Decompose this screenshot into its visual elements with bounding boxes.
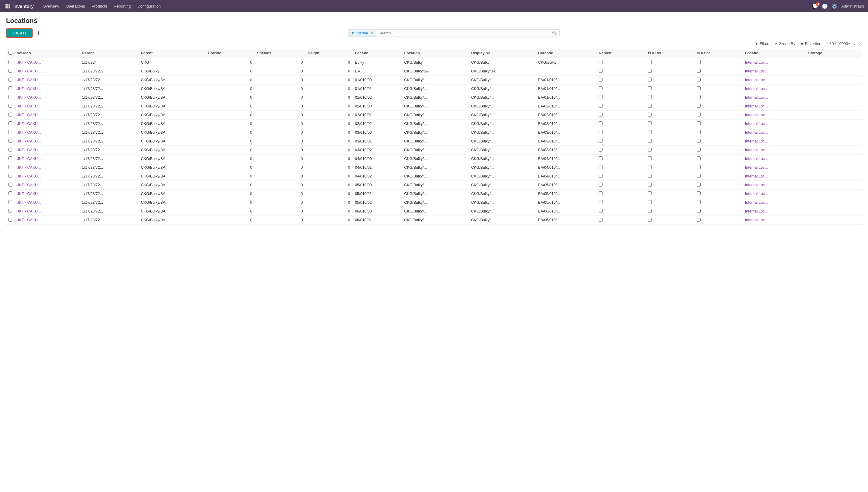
col-location-type[interactable]: Locatio... [743,49,806,58]
row-warehouse[interactable]: JKT - CAKU... [15,128,80,137]
row-location[interactable]: CKG/Bulky/... [402,76,469,84]
row-is-scr[interactable] [694,93,743,102]
row-location-short[interactable]: 06/010/00 [353,207,402,216]
row-is-scr[interactable] [694,190,743,198]
row-location-type[interactable]: Internal Loc... [743,58,806,67]
row-checkbox[interactable] [8,200,13,204]
row-replenish[interactable] [596,102,645,111]
row-replenish[interactable] [596,207,645,216]
row-parent2[interactable]: CKG [138,58,206,67]
row-location[interactable]: CKG/Bulky/... [402,216,469,225]
row-parent1[interactable]: 1/17/23/72... [80,84,139,93]
row-location[interactable]: CKG/Bulky/... [402,163,469,172]
row-parent2[interactable]: CKG/Bulky/BA [138,111,206,120]
row-is-ret[interactable] [645,146,694,154]
row-display-name[interactable]: CKG/Bulky/... [469,137,536,146]
row-checkbox[interactable] [8,78,13,81]
user-menu[interactable]: Administrator [841,4,864,8]
row-location-type[interactable]: Internal Loc... [743,146,806,154]
row-is-scr[interactable] [694,216,743,225]
row-is-scr[interactable] [694,163,743,172]
col-corridor[interactable]: Corrido... [206,49,255,58]
row-checkbox[interactable] [8,104,13,108]
row-warehouse[interactable]: JKT - CAKU... [15,190,80,198]
row-location[interactable]: CKG/Bulky/... [402,207,469,216]
row-is-scr[interactable] [694,154,743,163]
download-button[interactable]: ⬇ [34,29,42,37]
row-location[interactable]: CKG/Bulky/... [402,181,469,190]
row-location-short[interactable]: 03/010/01 [353,137,402,146]
row-location[interactable]: CKG/Bulky/... [402,154,469,163]
row-display-name[interactable]: CKG/Bulky/... [469,207,536,216]
row-display-name[interactable]: CKG/Bulky/... [469,172,536,181]
row-parent1[interactable]: 1/17/23/72... [80,198,139,207]
row-parent2[interactable]: CKG/Bulky/BA [138,146,206,154]
row-warehouse[interactable]: JKT - CAKU... [15,216,80,225]
row-checkbox[interactable] [8,139,13,143]
row-warehouse[interactable]: JKT - CAKU... [15,93,80,102]
row-parent2[interactable]: CKG/Bulky/BA [138,102,206,111]
row-checkbox[interactable] [8,218,13,222]
group-by-button[interactable]: ≡ Group By [775,41,796,46]
row-replenish[interactable] [596,93,645,102]
select-all-checkbox[interactable] [8,51,13,55]
row-parent2[interactable]: CKG/Bulky/BA [138,154,206,163]
remove-filter-button[interactable]: ✕ [370,31,373,35]
favorites-button[interactable]: ★ Favorites [800,41,821,46]
row-location[interactable]: CKG/Bulky/BA [402,67,469,76]
row-location-type[interactable]: Internal Loc... [743,216,806,225]
row-location-short[interactable]: 02/010/01 [353,111,402,120]
row-checkbox[interactable] [8,69,13,73]
row-checkbox[interactable] [8,191,13,195]
row-location-short[interactable]: 04/010/02 [353,172,402,181]
row-is-ret[interactable] [645,120,694,128]
row-parent2[interactable]: CKG/Bulky/BA [138,93,206,102]
row-is-ret[interactable] [645,198,694,207]
row-parent2[interactable]: CKG/Bulky/BA [138,207,206,216]
row-parent2[interactable]: CKG/Bulky/BA [138,172,206,181]
row-location-short[interactable]: Bulky [353,58,402,67]
row-checkbox[interactable] [8,130,13,134]
row-warehouse[interactable]: JKT - CAKU... [15,146,80,154]
row-parent2[interactable]: CKG/Bulky/BA [138,190,206,198]
row-parent2[interactable]: CKG/Bulky/BA [138,181,206,190]
row-warehouse[interactable]: JKT - CAKU... [15,137,80,146]
row-is-ret[interactable] [645,181,694,190]
row-display-name[interactable]: CKG/Bulky/... [469,111,536,120]
row-is-scr[interactable] [694,137,743,146]
row-warehouse[interactable]: JKT - CAKU... [15,172,80,181]
row-parent1[interactable]: 1/17/23/72... [80,102,139,111]
row-parent1[interactable]: 1/17/23/72... [80,120,139,128]
apps-menu-button[interactable] [4,2,12,10]
row-parent2[interactable]: CKG/Bulky [138,67,206,76]
row-location[interactable]: CKG/Bulky/... [402,111,469,120]
row-location-type[interactable]: Internal Loc... [743,93,806,102]
row-location-type[interactable]: Internal Loc... [743,120,806,128]
row-replenish[interactable] [596,172,645,181]
row-display-name[interactable]: CKG/Bulky/... [469,102,536,111]
row-display-name[interactable]: CKG/Bulky/... [469,76,536,84]
row-is-ret[interactable] [645,67,694,76]
col-barcode[interactable]: Barcode [535,49,596,58]
row-is-ret[interactable] [645,102,694,111]
row-replenish[interactable] [596,154,645,163]
row-is-ret[interactable] [645,172,694,181]
row-parent1[interactable]: 1/17/23/72... [80,181,139,190]
row-display-name[interactable]: CKG/Bulky/... [469,128,536,137]
row-location-short[interactable]: 01/010/02 [353,93,402,102]
row-replenish[interactable] [596,190,645,198]
row-display-name[interactable]: CKG/Bulky/... [469,120,536,128]
row-warehouse[interactable]: JKT - CAKU... [15,67,80,76]
row-warehouse[interactable]: JKT - CAKU... [15,111,80,120]
row-location[interactable]: CKG/Bulky/... [402,137,469,146]
row-is-ret[interactable] [645,93,694,102]
row-location[interactable]: CKG/Bulky [402,58,469,67]
row-warehouse[interactable]: JKT - CAKU... [15,76,80,84]
row-checkbox[interactable] [8,174,13,178]
row-location-type[interactable]: Internal Loc... [743,102,806,111]
row-is-ret[interactable] [645,84,694,93]
row-warehouse[interactable]: JKT - CAKU... [15,102,80,111]
row-is-ret[interactable] [645,190,694,198]
row-checkbox[interactable] [8,148,13,151]
row-location-short[interactable]: 05/010/02 [353,198,402,207]
